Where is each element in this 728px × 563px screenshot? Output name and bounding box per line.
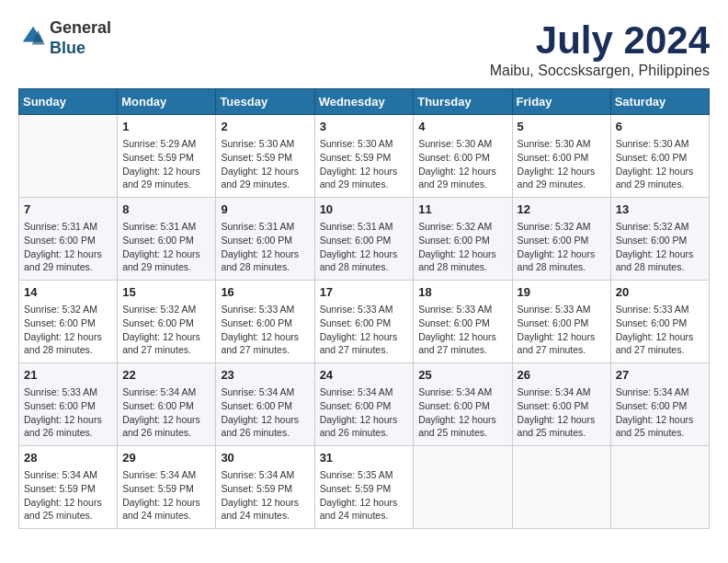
calendar-cell: 16Sunrise: 5:33 AM Sunset: 6:00 PM Dayli… (216, 281, 314, 363)
day-info: Sunrise: 5:35 AM Sunset: 5:59 PM Dayligh… (320, 468, 409, 523)
day-number: 20 (616, 284, 704, 301)
day-info: Sunrise: 5:33 AM Sunset: 6:00 PM Dayligh… (24, 385, 112, 440)
logo-general-text: General (50, 18, 111, 37)
day-number: 3 (320, 119, 409, 135)
calendar-cell: 19Sunrise: 5:33 AM Sunset: 6:00 PM Dayli… (512, 281, 610, 363)
calendar-week-1: 7Sunrise: 5:31 AM Sunset: 6:00 PM Daylig… (19, 198, 710, 281)
day-number: 29 (122, 450, 210, 466)
calendar-cell (19, 115, 118, 198)
calendar-cell: 6Sunrise: 5:30 AM Sunset: 6:00 PM Daylig… (610, 115, 709, 198)
calendar-cell: 3Sunrise: 5:30 AM Sunset: 5:59 PM Daylig… (314, 115, 414, 198)
day-info: Sunrise: 5:34 AM Sunset: 6:00 PM Dayligh… (122, 385, 210, 440)
calendar-cell: 20Sunrise: 5:33 AM Sunset: 6:00 PM Dayli… (610, 281, 709, 363)
day-info: Sunrise: 5:34 AM Sunset: 5:59 PM Dayligh… (24, 468, 112, 523)
day-info: Sunrise: 5:34 AM Sunset: 6:00 PM Dayligh… (221, 385, 309, 440)
day-info: Sunrise: 5:31 AM Sunset: 6:00 PM Dayligh… (221, 220, 309, 274)
logo-icon (20, 24, 46, 50)
day-info: Sunrise: 5:34 AM Sunset: 6:00 PM Dayligh… (616, 385, 704, 440)
day-number: 10 (320, 201, 409, 218)
calendar-week-4: 28Sunrise: 5:34 AM Sunset: 5:59 PM Dayli… (19, 446, 710, 529)
day-info: Sunrise: 5:30 AM Sunset: 6:00 PM Dayligh… (418, 137, 506, 191)
col-header-tuesday: Tuesday (216, 89, 314, 115)
day-number: 5 (518, 119, 606, 135)
calendar-cell: 8Sunrise: 5:31 AM Sunset: 6:00 PM Daylig… (118, 198, 216, 281)
day-number: 24 (320, 367, 409, 384)
title-block: July 2024 Maibu, Soccsksargen, Philippin… (490, 18, 710, 79)
calendar-cell: 25Sunrise: 5:34 AM Sunset: 6:00 PM Dayli… (414, 363, 512, 446)
day-number: 18 (418, 284, 506, 301)
calendar-cell: 21Sunrise: 5:33 AM Sunset: 6:00 PM Dayli… (19, 363, 118, 446)
day-info: Sunrise: 5:33 AM Sunset: 6:00 PM Dayligh… (616, 303, 704, 357)
day-number: 17 (320, 284, 409, 301)
logo: General Blue (18, 18, 111, 58)
calendar-cell: 14Sunrise: 5:32 AM Sunset: 6:00 PM Dayli… (19, 281, 118, 363)
day-info: Sunrise: 5:32 AM Sunset: 6:00 PM Dayligh… (616, 220, 704, 274)
day-info: Sunrise: 5:31 AM Sunset: 6:00 PM Dayligh… (320, 220, 409, 274)
day-info: Sunrise: 5:32 AM Sunset: 6:00 PM Dayligh… (122, 303, 210, 357)
day-info: Sunrise: 5:32 AM Sunset: 6:00 PM Dayligh… (24, 303, 112, 357)
day-number: 1 (122, 119, 210, 135)
calendar-cell: 11Sunrise: 5:32 AM Sunset: 6:00 PM Dayli… (414, 198, 512, 281)
calendar-cell: 22Sunrise: 5:34 AM Sunset: 6:00 PM Dayli… (118, 363, 216, 446)
day-number: 19 (518, 284, 606, 301)
day-number: 16 (221, 284, 309, 301)
day-info: Sunrise: 5:29 AM Sunset: 5:59 PM Dayligh… (122, 137, 210, 191)
day-info: Sunrise: 5:34 AM Sunset: 6:00 PM Dayligh… (418, 385, 506, 440)
day-info: Sunrise: 5:34 AM Sunset: 6:00 PM Dayligh… (320, 385, 409, 440)
day-info: Sunrise: 5:32 AM Sunset: 6:00 PM Dayligh… (418, 220, 506, 274)
day-info: Sunrise: 5:30 AM Sunset: 6:00 PM Dayligh… (518, 137, 606, 191)
day-number: 6 (616, 119, 704, 135)
calendar-cell: 7Sunrise: 5:31 AM Sunset: 6:00 PM Daylig… (19, 198, 118, 281)
day-number: 31 (320, 450, 409, 466)
calendar-cell: 27Sunrise: 5:34 AM Sunset: 6:00 PM Dayli… (610, 363, 709, 446)
day-info: Sunrise: 5:34 AM Sunset: 5:59 PM Dayligh… (221, 468, 309, 523)
col-header-wednesday: Wednesday (314, 89, 414, 115)
day-number: 11 (418, 201, 506, 218)
col-header-thursday: Thursday (414, 89, 512, 115)
day-number: 13 (616, 201, 704, 218)
calendar-cell: 23Sunrise: 5:34 AM Sunset: 6:00 PM Dayli… (216, 363, 314, 446)
day-info: Sunrise: 5:34 AM Sunset: 6:00 PM Dayligh… (518, 385, 606, 440)
day-number: 27 (616, 367, 704, 384)
calendar-week-2: 14Sunrise: 5:32 AM Sunset: 6:00 PM Dayli… (19, 281, 710, 363)
calendar-cell: 9Sunrise: 5:31 AM Sunset: 6:00 PM Daylig… (216, 198, 314, 281)
calendar-cell: 31Sunrise: 5:35 AM Sunset: 5:59 PM Dayli… (314, 446, 414, 529)
day-number: 23 (221, 367, 309, 384)
calendar-week-0: 1Sunrise: 5:29 AM Sunset: 5:59 PM Daylig… (19, 115, 710, 198)
day-number: 12 (518, 201, 606, 218)
day-info: Sunrise: 5:33 AM Sunset: 6:00 PM Dayligh… (518, 303, 606, 357)
day-number: 28 (24, 450, 112, 466)
calendar-cell: 2Sunrise: 5:30 AM Sunset: 5:59 PM Daylig… (216, 115, 314, 198)
col-header-friday: Friday (512, 89, 610, 115)
calendar-cell: 4Sunrise: 5:30 AM Sunset: 6:00 PM Daylig… (414, 115, 512, 198)
location: Maibu, Soccsksargen, Philippines (490, 63, 710, 79)
day-info: Sunrise: 5:30 AM Sunset: 5:59 PM Dayligh… (221, 137, 309, 191)
day-number: 4 (418, 119, 506, 135)
calendar-week-3: 21Sunrise: 5:33 AM Sunset: 6:00 PM Dayli… (19, 363, 710, 446)
day-info: Sunrise: 5:30 AM Sunset: 6:00 PM Dayligh… (616, 137, 704, 191)
day-info: Sunrise: 5:30 AM Sunset: 5:59 PM Dayligh… (320, 137, 409, 191)
day-info: Sunrise: 5:34 AM Sunset: 5:59 PM Dayligh… (122, 468, 210, 523)
calendar-cell: 5Sunrise: 5:30 AM Sunset: 6:00 PM Daylig… (512, 115, 610, 198)
calendar-cell: 12Sunrise: 5:32 AM Sunset: 6:00 PM Dayli… (512, 198, 610, 281)
calendar-cell: 18Sunrise: 5:33 AM Sunset: 6:00 PM Dayli… (414, 281, 512, 363)
day-number: 2 (221, 119, 309, 135)
day-number: 26 (518, 367, 606, 384)
col-header-sunday: Sunday (19, 89, 118, 115)
day-info: Sunrise: 5:31 AM Sunset: 6:00 PM Dayligh… (24, 220, 112, 274)
day-number: 21 (24, 367, 112, 384)
col-header-monday: Monday (118, 89, 216, 115)
col-header-saturday: Saturday (610, 89, 709, 115)
calendar-cell: 17Sunrise: 5:33 AM Sunset: 6:00 PM Dayli… (314, 281, 414, 363)
day-number: 15 (122, 284, 210, 301)
day-info: Sunrise: 5:31 AM Sunset: 6:00 PM Dayligh… (122, 220, 210, 274)
calendar-cell (512, 446, 610, 529)
calendar-cell: 24Sunrise: 5:34 AM Sunset: 6:00 PM Dayli… (314, 363, 414, 446)
day-number: 9 (221, 201, 309, 218)
day-number: 8 (122, 201, 210, 218)
day-number: 30 (221, 450, 309, 466)
calendar-cell: 10Sunrise: 5:31 AM Sunset: 6:00 PM Dayli… (314, 198, 414, 281)
calendar-cell: 26Sunrise: 5:34 AM Sunset: 6:00 PM Dayli… (512, 363, 610, 446)
calendar-cell: 15Sunrise: 5:32 AM Sunset: 6:00 PM Dayli… (118, 281, 216, 363)
month-title: July 2024 (490, 18, 710, 63)
